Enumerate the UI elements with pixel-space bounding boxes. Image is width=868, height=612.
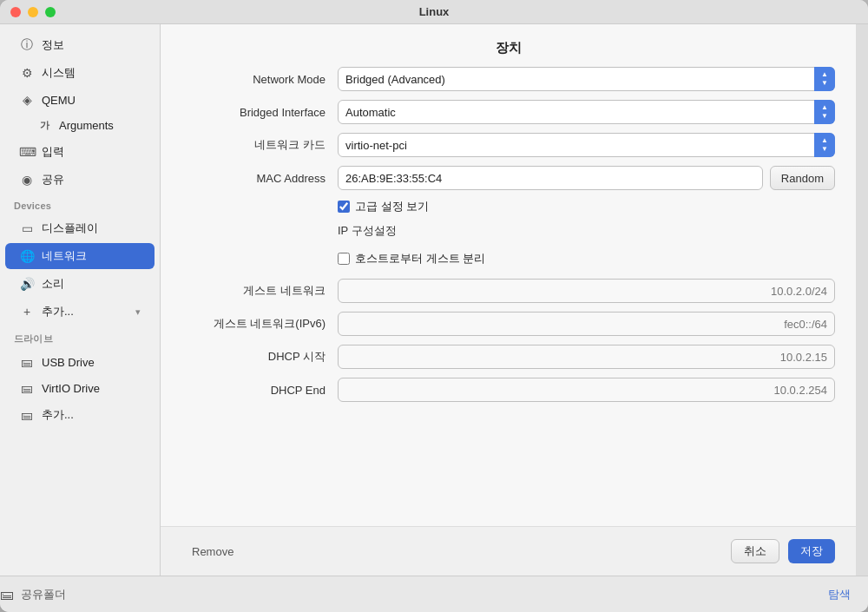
share-icon: ◉ bbox=[19, 173, 35, 187]
maximize-button[interactable] bbox=[45, 7, 56, 17]
footer: Remove 취소 저장 bbox=[161, 526, 856, 576]
network-card-row: 네트워크 카드 virtio-net-pci ▲ ▼ bbox=[181, 133, 835, 157]
network-card-control: virtio-net-pci ▲ ▼ bbox=[338, 133, 835, 157]
bottom-bar: 🖴 공유폴더 탐색 bbox=[0, 576, 868, 612]
mac-address-label: MAC Address bbox=[181, 172, 338, 185]
mac-address-row: MAC Address Random bbox=[181, 166, 835, 190]
bridged-interface-label: Bridged Interface bbox=[181, 106, 338, 119]
random-button[interactable]: Random bbox=[770, 166, 835, 190]
remove-button[interactable]: Remove bbox=[181, 539, 244, 563]
dhcp-start-control bbox=[338, 345, 835, 369]
sidebar-label-system: 시스템 bbox=[42, 65, 76, 81]
advanced-checkbox-row: 고급 설정 보기 IP 구성설정 호스트로부터 게스트 분리 bbox=[181, 199, 835, 270]
network-icon: 🌐 bbox=[19, 249, 35, 263]
bridged-interface-control: Automatic ▲ ▼ bbox=[338, 100, 835, 124]
sidebar-section-drives: 드라이브 bbox=[0, 326, 160, 349]
sidebar-label-usb-drive: USB Drive bbox=[42, 356, 95, 369]
qemu-icon: ◈ bbox=[19, 93, 35, 107]
advanced-setting-checkbox[interactable] bbox=[338, 201, 350, 213]
sidebar-label-qemu: QEMU bbox=[42, 94, 76, 107]
main-window: Linux ⓘ 정보 ⚙ 시스템 ◈ QEMU 가 Arguments bbox=[0, 0, 868, 612]
input-icon: ⌨ bbox=[19, 145, 35, 159]
system-icon: ⚙ bbox=[19, 66, 35, 80]
sidebar: ⓘ 정보 ⚙ 시스템 ◈ QEMU 가 Arguments ⌨ 입력 bbox=[0, 24, 161, 576]
form-area: Network Mode Bridged (Advanced) Shared N… bbox=[161, 67, 856, 526]
sidebar-label-sound: 소리 bbox=[42, 276, 64, 292]
close-button[interactable] bbox=[10, 7, 21, 17]
bridged-interface-select-wrapper: Automatic ▲ ▼ bbox=[338, 100, 835, 124]
arguments-icon: 가 bbox=[36, 119, 52, 132]
sidebar-label-virtio-drive: VirtIO Drive bbox=[42, 382, 100, 395]
network-card-label: 네트워크 카드 bbox=[181, 137, 338, 153]
mac-address-input[interactable] bbox=[338, 166, 763, 190]
network-mode-select-wrapper: Bridged (Advanced) Shared Network Host O… bbox=[338, 67, 835, 91]
network-mode-label: Network Mode bbox=[181, 73, 338, 86]
guest-network-label: 게스트 네트워크 bbox=[181, 283, 338, 299]
minimize-button[interactable] bbox=[28, 7, 38, 17]
sidebar-item-display[interactable]: ▭ 디스플레이 bbox=[5, 215, 155, 241]
window-title: Linux bbox=[419, 5, 450, 18]
cancel-button[interactable]: 취소 bbox=[731, 539, 779, 563]
guest-network-ipv6-input[interactable] bbox=[338, 312, 835, 336]
display-icon: ▭ bbox=[19, 221, 35, 235]
host-guest-row: 호스트로부터 게스트 분리 bbox=[338, 251, 485, 267]
sidebar-item-add-drive[interactable]: 🖴 추가... bbox=[5, 402, 155, 428]
sidebar-item-qemu[interactable]: ◈ QEMU bbox=[5, 88, 155, 112]
sidebar-item-sound[interactable]: 🔊 소리 bbox=[5, 271, 155, 297]
dhcp-end-control bbox=[338, 378, 835, 402]
sidebar-item-virtio-drive[interactable]: 🖴 VirtIO Drive bbox=[5, 376, 155, 400]
virtio-drive-icon: 🖴 bbox=[19, 381, 35, 395]
content-area: 장치 Network Mode Bridged (Advanced) Share… bbox=[161, 24, 856, 576]
network-card-select-wrapper: virtio-net-pci ▲ ▼ bbox=[338, 133, 835, 157]
advanced-setting-row: 고급 설정 보기 bbox=[338, 199, 485, 214]
guest-network-input[interactable] bbox=[338, 279, 835, 303]
sidebar-item-network[interactable]: 🌐 네트워크 bbox=[5, 243, 155, 269]
guest-network-ipv6-label: 게스트 네트워크(IPv6) bbox=[181, 316, 338, 332]
network-card-select[interactable]: virtio-net-pci bbox=[338, 133, 835, 157]
bottom-bar-action[interactable]: 탐색 bbox=[828, 587, 851, 602]
dhcp-start-input[interactable] bbox=[338, 345, 835, 369]
sidebar-label-network: 네트워크 bbox=[42, 248, 87, 264]
ip-config-section-label: IP 구성설정 bbox=[338, 223, 485, 239]
main-layout: ⓘ 정보 ⚙ 시스템 ◈ QEMU 가 Arguments ⌨ 입력 bbox=[0, 24, 868, 576]
sidebar-label-display: 디스플레이 bbox=[42, 220, 98, 236]
guest-network-control bbox=[338, 279, 835, 303]
sidebar-item-usb-drive[interactable]: 🖴 USB Drive bbox=[5, 350, 155, 374]
dhcp-end-row: DHCP End bbox=[181, 378, 835, 402]
sidebar-item-system[interactable]: ⚙ 시스템 bbox=[5, 60, 155, 86]
sidebar-label-input: 입력 bbox=[42, 144, 64, 160]
sidebar-label-arguments: Arguments bbox=[59, 119, 114, 132]
sidebar-item-share[interactable]: ◉ 공유 bbox=[5, 167, 155, 193]
extra-column bbox=[856, 24, 868, 576]
dhcp-start-row: DHCP 시작 bbox=[181, 345, 835, 369]
dhcp-end-input[interactable] bbox=[338, 378, 835, 402]
footer-right: 취소 저장 bbox=[731, 539, 835, 563]
sidebar-label-share: 공유 bbox=[42, 172, 64, 188]
sidebar-item-arguments[interactable]: 가 Arguments bbox=[5, 114, 155, 137]
guest-network-ipv6-control bbox=[338, 312, 835, 336]
network-mode-control: Bridged (Advanced) Shared Network Host O… bbox=[338, 67, 835, 91]
sidebar-label-info: 정보 bbox=[42, 37, 64, 53]
dhcp-end-label: DHCP End bbox=[181, 384, 338, 397]
mac-address-control: Random bbox=[338, 166, 835, 190]
sidebar-label-add-device: 추가... bbox=[42, 304, 74, 319]
save-button[interactable]: 저장 bbox=[788, 539, 835, 563]
sidebar-item-info[interactable]: ⓘ 정보 bbox=[5, 32, 155, 58]
sound-icon: 🔊 bbox=[19, 277, 35, 291]
bridged-interface-row: Bridged Interface Automatic ▲ ▼ bbox=[181, 100, 835, 124]
host-guest-checkbox[interactable] bbox=[338, 253, 350, 265]
sidebar-item-input[interactable]: ⌨ 입력 bbox=[5, 139, 155, 165]
bottom-bar-label: 공유폴더 bbox=[21, 587, 66, 602]
sidebar-item-add-device[interactable]: + 추가... ▾ bbox=[5, 299, 155, 325]
title-bar: Linux bbox=[0, 0, 868, 24]
sidebar-section-devices: Devices bbox=[0, 194, 160, 214]
bridged-interface-select[interactable]: Automatic bbox=[338, 100, 835, 124]
dhcp-start-label: DHCP 시작 bbox=[181, 349, 338, 365]
add-device-icon: + bbox=[19, 305, 35, 319]
add-drive-icon: 🖴 bbox=[19, 408, 35, 422]
content-title: 장치 bbox=[161, 24, 856, 67]
info-icon: ⓘ bbox=[19, 37, 35, 53]
window-controls bbox=[10, 7, 56, 17]
network-mode-select[interactable]: Bridged (Advanced) Shared Network Host O… bbox=[338, 67, 835, 91]
host-guest-label: 호스트로부터 게스트 분리 bbox=[355, 251, 485, 267]
